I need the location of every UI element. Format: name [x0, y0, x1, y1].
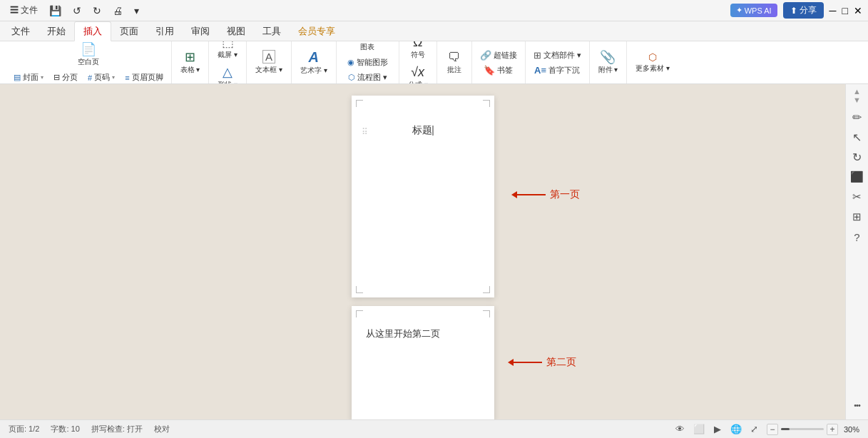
menu-tab-insert[interactable]: 插入 — [74, 21, 111, 41]
menu-tab-tools[interactable]: 工具 — [254, 22, 290, 41]
menu-tab-ref[interactable]: 引用 — [147, 22, 183, 41]
page2-content[interactable]: 从这里开始第二页 — [366, 327, 440, 340]
menu-tab-file[interactable]: 文件 — [3, 22, 39, 41]
zoom-bar[interactable] — [781, 428, 824, 430]
ribbon-component-group: ⊞ 文档部件 ▾ A≡ 首字下沉 — [526, 41, 590, 83]
corner-tr — [483, 100, 490, 107]
sidebar-help-icon[interactable]: ? — [849, 228, 866, 245]
ribbon: 📄 空白页 ▤ 封面▾ ⊟ 分页 # 页码▾ ≡ 页眉页脚 — [0, 41, 868, 84]
wps-ai-icon: ✦ — [736, 6, 742, 15]
ribbon-comment-group: 🗨 批注 — [437, 41, 472, 83]
menu-tab-view[interactable]: 视图 — [218, 22, 254, 41]
page2-arrow — [508, 359, 542, 366]
wps-ai-button[interactable]: ✦ WPS AI — [730, 4, 777, 17]
sidebar-more-icon[interactable]: ••• — [849, 397, 866, 414]
arttext-button[interactable]: A 艺术字 ▾ — [296, 48, 332, 78]
fullscreen[interactable]: ⤢ — [748, 423, 761, 436]
menu-tab-start[interactable]: 开始 — [39, 22, 74, 41]
menu-tab-review[interactable]: 审阅 — [183, 22, 218, 41]
quick-redo[interactable]: ↻ — [88, 4, 106, 18]
sidebar-scissors-icon[interactable]: ✂ — [849, 188, 866, 205]
web-view[interactable]: 🌐 — [730, 423, 742, 436]
flowchart-button[interactable]: ⬡ 流程图 ▾ — [344, 71, 391, 84]
shape-icon: △ — [223, 66, 233, 78]
share-icon: ⬆ — [790, 6, 797, 16]
cover-button[interactable]: ▤ 封面▾ — [10, 71, 47, 84]
docpart-button[interactable]: ⊞ 文档部件 ▾ — [530, 49, 585, 62]
hyperlink-button[interactable]: 🔗 超链接 — [476, 49, 521, 62]
right-sidebar: ▲▼ ✏ ↖ ↻ ⬛ ✂ ⊞ ? ••• — [845, 84, 868, 419]
ribbon-page-row1: 📄 空白页 — [73, 41, 103, 69]
drag-handle: ⠿ — [362, 127, 368, 137]
ribbon-arttext-group: A 艺术字 ▾ — [292, 41, 337, 83]
corner-bl — [356, 286, 363, 293]
proofread[interactable]: 校对 — [154, 424, 170, 434]
header-footer-button[interactable]: ≡ 页眉页脚 — [121, 71, 166, 84]
ribbon-more-group: ⬡ 更多素材 ▾ — [627, 41, 678, 83]
dropcap-button[interactable]: A≡ 首字下沉 — [531, 63, 583, 77]
ribbon-link-group: 🔗 超链接 🔖 书签 — [472, 41, 526, 83]
formula-button[interactable]: √x 公式 ▾ — [404, 63, 432, 85]
view-mode-read[interactable]: 👁 — [674, 423, 687, 436]
quick-save[interactable]: 💾 — [45, 4, 66, 18]
blank-page-button[interactable]: 📄 空白页 — [73, 41, 103, 69]
ribbon-image-group: 🖼 图片 ⬚ 截屏 ▾ △ 形状 ▾ ⊛ 图标 — [209, 41, 247, 83]
page-number-icon: # — [88, 73, 92, 82]
page-break-button[interactable]: ⊟ 分页 — [50, 71, 81, 84]
page2-arrowhead — [508, 359, 514, 366]
title-bar-left: ☰ 文件 💾 ↺ ↻ 🖨 ▾ — [6, 3, 726, 18]
page-info: 页面: 1/2 — [9, 424, 39, 434]
smartshape-icon: ◉ — [347, 58, 354, 67]
ribbon-symbol-group: Ω 符号 √x 公式 ▾ — [399, 41, 437, 83]
menu-tab-vip[interactable]: 会员专享 — [290, 22, 344, 41]
blank-page-icon: 📄 — [81, 43, 96, 56]
chart-button[interactable]: 📊 图表 — [354, 41, 380, 54]
view-mode-print[interactable]: ⬜ — [693, 423, 705, 436]
cover-icon: ▤ — [14, 73, 21, 82]
comment-button[interactable]: 🗨 批注 — [441, 49, 467, 77]
symbol-button[interactable]: Ω 符号 — [405, 41, 431, 62]
maximize-icon[interactable]: □ — [842, 5, 848, 16]
text-cursor — [432, 126, 433, 136]
minimize-icon[interactable]: ─ — [829, 5, 837, 16]
page-number-button[interactable]: # 页码▾ — [84, 71, 118, 84]
bookmark-button[interactable]: 🔖 书签 — [480, 63, 516, 77]
page-break-icon: ⊟ — [53, 73, 60, 82]
status-bar: 页面: 1/2 字数: 10 拼写检查: 打开 校对 👁 ⬜ ▶ 🌐 ⤢ − +… — [0, 419, 868, 438]
sidebar-cursor-icon[interactable]: ↖ — [849, 128, 866, 146]
menu-tab-page[interactable]: 页面 — [111, 22, 147, 41]
close-icon[interactable]: ✕ — [854, 5, 862, 16]
sidebar-scroll-up[interactable]: ▲▼ — [849, 87, 866, 104]
more-material-button[interactable]: ⬡ 更多素材 ▾ — [631, 50, 674, 76]
quick-more[interactable]: ▾ — [130, 4, 143, 18]
screenshot-button[interactable]: ⬚ 截屏 ▾ — [213, 41, 242, 62]
zoom-in-button[interactable]: + — [827, 424, 838, 435]
menu-wps[interactable]: ☰ 文件 — [6, 3, 42, 18]
page1-arrow — [511, 191, 546, 198]
document-area[interactable]: ⠿ 标题 第一页 从这里开始第二页 — [0, 84, 845, 419]
quick-print[interactable]: 🖨 — [108, 4, 127, 18]
textbox-button[interactable]: A 文本框 ▾ — [251, 48, 287, 77]
sidebar-pencil-icon[interactable]: ✏ — [849, 108, 866, 126]
table-button[interactable]: ⊞ 表格 ▾ — [176, 49, 205, 77]
dropcap-icon: A≡ — [534, 65, 546, 76]
sidebar-group-icon[interactable]: ⊞ — [849, 208, 866, 225]
attachment-button[interactable]: 📎 附件 ▾ — [594, 49, 623, 77]
quick-undo[interactable]: ↺ — [68, 4, 86, 18]
page1-arrowhead — [511, 191, 517, 198]
bookmark-icon: 🔖 — [484, 65, 495, 76]
p2-corner-tl — [356, 310, 363, 317]
docpart-icon: ⊞ — [533, 50, 541, 61]
share-button[interactable]: ⬆ 分享 — [783, 2, 824, 19]
sidebar-image-icon[interactable]: ⬛ — [849, 168, 866, 185]
menu-bar: 文件 开始 插入 页面 引用 审阅 视图 工具 会员专享 — [0, 21, 868, 41]
page1-title[interactable]: 标题 — [412, 124, 433, 137]
wps-ai-label: WPS AI — [745, 6, 772, 15]
zoom-out-button[interactable]: − — [767, 424, 778, 435]
shape-button[interactable]: △ 形状 ▾ — [213, 63, 242, 85]
attachment-icon: 📎 — [600, 51, 616, 63]
play-button[interactable]: ▶ — [711, 423, 724, 436]
spell-check[interactable]: 拼写检查: 打开 — [91, 424, 143, 434]
sidebar-rotate-icon[interactable]: ↻ — [849, 148, 866, 165]
smartshape-button[interactable]: ◉ 智能图形 — [344, 56, 392, 69]
